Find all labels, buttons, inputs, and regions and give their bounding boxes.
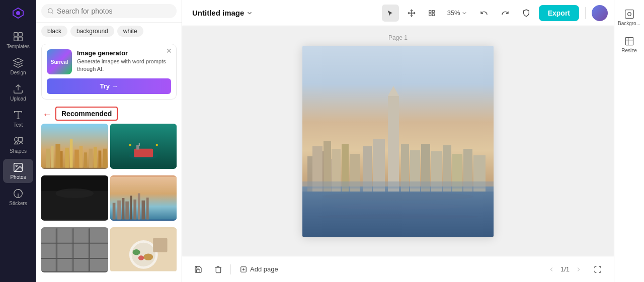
svg-point-1 — [16, 11, 20, 15]
sidebar-item-upload[interactable]: Upload — [3, 80, 33, 105]
save-button[interactable] — [190, 261, 206, 277]
move-tool-button[interactable] — [403, 5, 420, 22]
tag-row: black background white — [36, 23, 182, 41]
sidebar-item-design[interactable]: Design — [3, 54, 33, 78]
svg-rect-20 — [60, 151, 63, 167]
select-tool-button[interactable] — [382, 5, 399, 22]
delete-button[interactable] — [210, 261, 226, 277]
undo-icon — [480, 9, 488, 17]
photo-city1-image — [41, 124, 108, 169]
svg-rect-30 — [110, 125, 177, 167]
photo-item-boat[interactable] — [110, 124, 177, 169]
zoom-button[interactable]: 35% — [443, 7, 471, 19]
search-input-wrap[interactable] — [41, 4, 177, 18]
svg-rect-44 — [125, 202, 129, 220]
sidebar-item-design-label: Design — [10, 70, 26, 75]
background-panel-item[interactable]: Backgro... — [616, 5, 643, 30]
fullscreen-icon — [594, 265, 602, 273]
svg-point-14 — [48, 9, 53, 13]
next-page-button[interactable] — [572, 262, 586, 276]
sidebar: Templates Design Upload Text — [0, 0, 36, 282]
svg-rect-17 — [46, 149, 50, 168]
svg-rect-42 — [117, 201, 121, 220]
svg-rect-101 — [625, 10, 633, 19]
svg-rect-23 — [74, 150, 79, 168]
shield-button[interactable] — [518, 5, 535, 22]
chevron-down-icon — [246, 10, 253, 17]
svg-rect-24 — [79, 146, 83, 168]
svg-rect-25 — [84, 152, 87, 167]
sidebar-item-templates[interactable]: Templates — [3, 28, 33, 52]
view-options-button[interactable] — [424, 8, 439, 19]
svg-rect-35 — [129, 144, 131, 146]
svg-rect-5 — [19, 37, 22, 41]
resize-icon — [624, 36, 634, 46]
svg-rect-18 — [51, 146, 54, 168]
svg-rect-55 — [73, 228, 88, 271]
tag-background[interactable]: background — [70, 26, 114, 37]
photo-item-food[interactable] — [110, 227, 177, 272]
sidebar-item-photos[interactable]: Photos — [3, 159, 33, 183]
chevron-right-icon — [575, 266, 582, 273]
stickers-icon — [13, 188, 24, 199]
redo-button[interactable] — [497, 5, 514, 22]
export-button[interactable]: Export — [539, 5, 579, 21]
tag-black[interactable]: black — [41, 26, 67, 37]
photos-grid — [36, 124, 182, 282]
svg-rect-57 — [90, 228, 108, 271]
canvas-area: Page 1 — [182, 26, 614, 256]
svg-rect-36 — [155, 144, 157, 146]
svg-rect-45 — [130, 196, 132, 219]
prev-page-button[interactable] — [544, 262, 558, 276]
svg-rect-34 — [138, 143, 139, 146]
photo-item-stone[interactable] — [41, 227, 108, 272]
fullscreen-button[interactable] — [590, 261, 606, 277]
select-icon — [386, 9, 394, 17]
sidebar-item-shapes[interactable]: Shapes — [3, 133, 33, 157]
promo-thumbnail: Surreal — [47, 49, 72, 74]
tag-white[interactable]: white — [117, 26, 143, 37]
promo-banner: Surreal Image generator Generate images … — [41, 44, 177, 100]
add-page-button[interactable]: Add page — [235, 263, 283, 275]
sidebar-item-stickers-label: Stickers — [9, 201, 27, 206]
search-input[interactable] — [57, 7, 171, 15]
sidebar-item-stickers[interactable]: Stickers — [3, 185, 33, 209]
promo-close-button[interactable]: ✕ — [166, 47, 172, 54]
save-icon — [194, 265, 202, 273]
promo-try-button[interactable]: Try → — [47, 78, 171, 94]
svg-point-74 — [333, 204, 463, 210]
svg-rect-103 — [625, 38, 633, 45]
templates-icon — [13, 31, 24, 42]
background-panel-label: Backgro... — [618, 21, 640, 26]
redo-icon — [501, 9, 509, 17]
svg-rect-2 — [14, 33, 18, 36]
promo-thumb-label: Surreal — [51, 59, 68, 65]
svg-rect-68 — [432, 10, 434, 12]
photos-icon — [13, 162, 24, 173]
move-icon — [408, 9, 416, 17]
photo-item-city2[interactable] — [110, 175, 177, 221]
photos-panel: black background white Surreal Image gen… — [36, 0, 182, 282]
svg-point-39 — [55, 189, 94, 198]
page-label: Page 1 — [388, 34, 408, 41]
photo-item-city1[interactable] — [41, 124, 108, 169]
promo-inner: Surreal Image generator Generate images … — [47, 49, 171, 74]
app-logo[interactable] — [9, 4, 27, 22]
photo-item-dark[interactable] — [41, 175, 108, 221]
photo-boat-image — [110, 124, 177, 169]
canvas-frame[interactable] — [302, 46, 494, 237]
grid-icon — [428, 10, 435, 17]
user-avatar[interactable] — [592, 5, 608, 21]
svg-rect-53 — [57, 228, 71, 271]
undo-button[interactable] — [475, 5, 493, 22]
bottom-bar: Add page 1/1 — [182, 256, 614, 282]
photo-dark-image — [41, 175, 108, 221]
document-title[interactable]: Untitled image — [188, 7, 257, 19]
svg-rect-67 — [429, 10, 431, 12]
svg-rect-54 — [72, 228, 73, 271]
sidebar-item-text[interactable]: Text — [3, 107, 33, 131]
resize-panel-item[interactable]: Resize — [616, 32, 643, 57]
sidebar-item-upload-label: Upload — [10, 96, 26, 102]
main-area: Untitled image 35% — [182, 0, 614, 282]
upload-icon — [13, 83, 24, 95]
